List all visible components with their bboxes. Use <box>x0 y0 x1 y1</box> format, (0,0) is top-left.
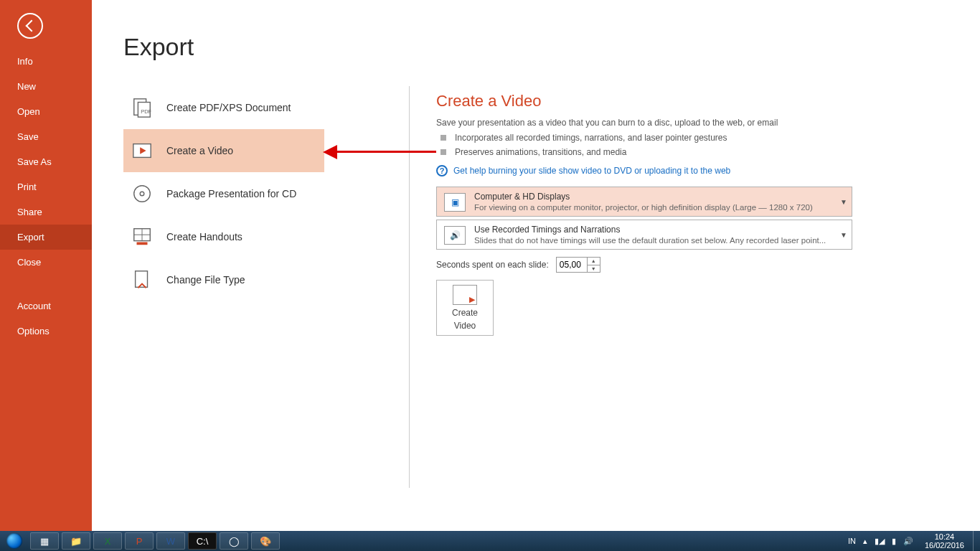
pdf-icon: PDF <box>131 96 154 119</box>
nav-item-close[interactable]: Close <box>0 250 92 275</box>
taskbar-explorer[interactable]: 📁 <box>62 532 90 550</box>
export-option-label: Create Handouts <box>166 231 242 242</box>
spinner-down-icon[interactable]: ▼ <box>588 265 600 273</box>
help-link-row[interactable]: ? Get help burning your slide show video… <box>436 165 867 176</box>
spinner-buttons[interactable]: ▲ ▼ <box>587 258 600 272</box>
help-info-icon: ? <box>436 165 448 176</box>
system-tray[interactable]: IN ▴ ▮◢ ▮ 🔊 10:24 16/02/2016 <box>848 532 973 550</box>
taskbar: ▦ 📁 X P W C:\ ◯ 🎨 IN ▴ ▮◢ ▮ 🔊 10:24 16/0… <box>0 531 980 551</box>
tray-network-icon[interactable]: ▮◢ <box>875 537 885 546</box>
chevron-down-icon: ▼ <box>840 198 847 206</box>
taskbar-app-1[interactable]: ▦ <box>30 532 59 550</box>
detail-bullet: Preserves animations, transitions, and m… <box>440 145 867 159</box>
detail-title: Create a Video <box>436 92 867 110</box>
seconds-input[interactable] <box>557 260 587 270</box>
page-title: Export <box>123 33 980 61</box>
export-option-handout[interactable]: Create Handouts <box>123 215 324 258</box>
show-desktop-button[interactable] <box>973 531 980 551</box>
nav-item-save-as[interactable]: Save As <box>0 149 92 174</box>
tray-chevron-icon[interactable]: ▴ <box>863 537 867 546</box>
backstage-sidebar: InfoNewOpenSaveSave AsPrintShareExportCl… <box>0 0 92 531</box>
tray-time: 10:24 <box>925 532 964 541</box>
taskbar-cmd[interactable]: C:\ <box>188 532 217 550</box>
nav-item-info[interactable]: Info <box>0 49 92 74</box>
detail-bullet: Incorporates all recorded timings, narra… <box>440 131 867 145</box>
taskbar-paint[interactable]: 🎨 <box>251 532 280 550</box>
create-video-icon <box>453 285 477 305</box>
create-video-button[interactable]: Create Video <box>436 280 494 336</box>
svg-point-5 <box>134 186 151 202</box>
timings-title: Use Recorded Timings and Narrations <box>474 225 826 235</box>
seconds-spinner[interactable]: ▲ ▼ <box>556 257 600 273</box>
nav-item-new[interactable]: New <box>0 74 92 99</box>
nav-item-share[interactable]: Share <box>0 199 92 225</box>
handout-icon <box>131 225 154 248</box>
tray-battery-icon[interactable]: ▮ <box>892 537 896 546</box>
export-option-label: Change File Type <box>166 274 245 286</box>
detail-panel: Create a Video Save your presentation as… <box>436 92 867 336</box>
monitor-icon: ▣ <box>444 193 466 212</box>
nav-item-print[interactable]: Print <box>0 174 92 199</box>
quality-title: Computer & HD Displays <box>474 192 813 202</box>
tray-date: 16/02/2016 <box>925 541 964 550</box>
cd-icon <box>131 182 154 205</box>
export-option-label: Create PDF/XPS Document <box>166 102 291 113</box>
filetype-icon <box>131 268 154 291</box>
export-option-pdf[interactable]: PDFCreate PDF/XPS Document <box>123 86 324 129</box>
create-video-label1: Create <box>452 308 478 318</box>
export-option-label: Package Presentation for CD <box>166 188 296 199</box>
panel-divider <box>409 86 410 488</box>
timings-dropdown[interactable]: 🔊 Use Recorded Timings and Narrations Sl… <box>436 220 852 250</box>
nav-item-open[interactable]: Open <box>0 99 92 124</box>
timings-icon: 🔊 <box>444 226 466 245</box>
nav-item-account[interactable]: Account <box>0 293 92 319</box>
seconds-label: Seconds spent on each slide: <box>436 260 549 270</box>
tray-volume-icon[interactable]: 🔊 <box>903 537 913 546</box>
taskbar-powerpoint[interactable]: P <box>125 532 154 550</box>
export-option-filetype[interactable]: Change File Type <box>123 258 324 301</box>
svg-rect-10 <box>137 242 148 245</box>
video-icon <box>131 139 154 162</box>
taskbar-excel[interactable]: X <box>93 532 122 550</box>
svg-point-6 <box>140 192 144 196</box>
spinner-up-icon[interactable]: ▲ <box>588 258 600 265</box>
nav-item-options[interactable]: Options <box>0 319 92 344</box>
taskbar-word[interactable]: W <box>156 532 185 550</box>
back-button[interactable] <box>17 13 43 39</box>
start-button[interactable] <box>0 531 29 551</box>
tray-lang[interactable]: IN <box>848 537 856 545</box>
quality-dropdown[interactable]: ▣ Computer & HD Displays For viewing on … <box>436 187 852 217</box>
detail-bullets: Incorporates all recorded timings, narra… <box>440 131 867 159</box>
chevron-down-icon: ▼ <box>840 231 847 239</box>
export-option-cd[interactable]: Package Presentation for CD <box>123 172 324 215</box>
taskbar-chrome[interactable]: ◯ <box>220 532 248 550</box>
detail-subtitle: Save your presentation as a video that y… <box>436 118 867 128</box>
main-panel: Export PDFCreate PDF/XPS DocumentCreate … <box>92 0 980 531</box>
export-option-list: PDFCreate PDF/XPS DocumentCreate a Video… <box>123 86 324 301</box>
quality-desc: For viewing on a computer monitor, proje… <box>474 203 813 212</box>
svg-text:PDF: PDF <box>141 108 151 115</box>
create-video-label2: Video <box>454 321 476 331</box>
nav-item-save[interactable]: Save <box>0 124 92 149</box>
export-option-video[interactable]: Create a Video <box>123 129 324 172</box>
nav-item-export[interactable]: Export <box>0 225 92 250</box>
seconds-row: Seconds spent on each slide: ▲ ▼ <box>436 257 867 273</box>
tray-clock[interactable]: 10:24 16/02/2016 <box>920 532 969 550</box>
help-link-text: Get help burning your slide show video t… <box>453 166 730 176</box>
export-option-label: Create a Video <box>166 145 233 156</box>
timings-desc: Slides that do not have timings will use… <box>474 236 826 245</box>
